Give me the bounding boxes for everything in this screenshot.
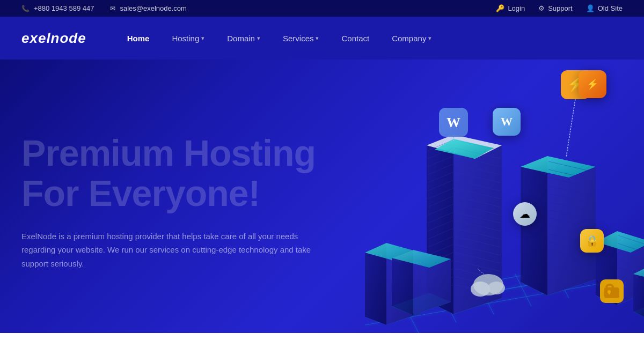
lock-icon: 🔒 (580, 229, 604, 253)
nav-company[interactable]: Company ▾ (383, 28, 440, 48)
hosting-chevron-icon: ▾ (201, 35, 204, 42)
company-chevron-icon: ▾ (428, 35, 431, 42)
nav-contact[interactable]: Contact (333, 28, 378, 48)
topbar: +880 1943 589 447 sales@exelnode.com 🔑 L… (0, 0, 644, 17)
key-icon: 🔑 (496, 4, 504, 12)
email-contact[interactable]: sales@exelnode.com (110, 4, 186, 12)
svg-line-77 (566, 99, 575, 157)
services-chevron-icon: ▾ (316, 35, 319, 42)
hero-illustration: W (322, 60, 644, 333)
svg-marker-59 (547, 156, 596, 295)
email-address: sales@exelnode.com (120, 4, 186, 12)
navbar: exelnode Home Hosting ▾ Domain ▾ Service… (0, 17, 644, 60)
hero-text: Premium Hosting For Everyone! ExelNode i… (21, 133, 333, 270)
hero-section: Premium Hosting For Everyone! ExelNode i… (0, 60, 644, 333)
nav-domain[interactable]: Domain ▾ (218, 28, 269, 48)
support-link[interactable]: ⚙ Support (538, 4, 573, 12)
phone-contact[interactable]: +880 1943 589 447 (21, 4, 94, 12)
topbar-left: +880 1943 589 447 sales@exelnode.com (21, 4, 187, 12)
login-link[interactable]: 🔑 Login (496, 4, 525, 12)
buildings-svg: W (322, 60, 644, 333)
svg-text:W: W (447, 115, 460, 130)
svg-point-101 (471, 282, 490, 297)
domain-chevron-icon: ▾ (257, 35, 260, 42)
nav-hosting[interactable]: Hosting ▾ (163, 28, 213, 48)
svg-rect-107 (609, 292, 610, 294)
hero-description: ExelNode is a premium hosting provider t… (21, 230, 333, 271)
phone-number: +880 1943 589 447 (34, 4, 94, 12)
nav-links: Home Hosting ▾ Domain ▾ Services ▾ Conta… (119, 28, 441, 48)
phone-icon (21, 4, 30, 12)
svg-marker-58 (521, 156, 547, 295)
nav-services[interactable]: Services ▾ (274, 28, 328, 48)
svg-point-102 (488, 282, 505, 294)
hero-title: Premium Hosting For Everyone! (21, 133, 333, 213)
joomla-icon: ⚡ (579, 70, 606, 98)
nav-home[interactable]: Home (119, 28, 158, 48)
topbar-right: 🔑 Login ⚙ Support 👤 Old Site (496, 4, 623, 12)
wordpress-icon: W (493, 108, 521, 136)
email-icon (110, 4, 115, 12)
old-site-link[interactable]: 👤 Old Site (586, 4, 623, 12)
svg-rect-105 (604, 287, 619, 298)
support-icon: ⚙ (538, 4, 545, 12)
site-logo[interactable]: exelnode (21, 30, 86, 47)
oldsite-icon: 👤 (586, 4, 595, 12)
cloud-icon: ☁ (513, 202, 537, 226)
